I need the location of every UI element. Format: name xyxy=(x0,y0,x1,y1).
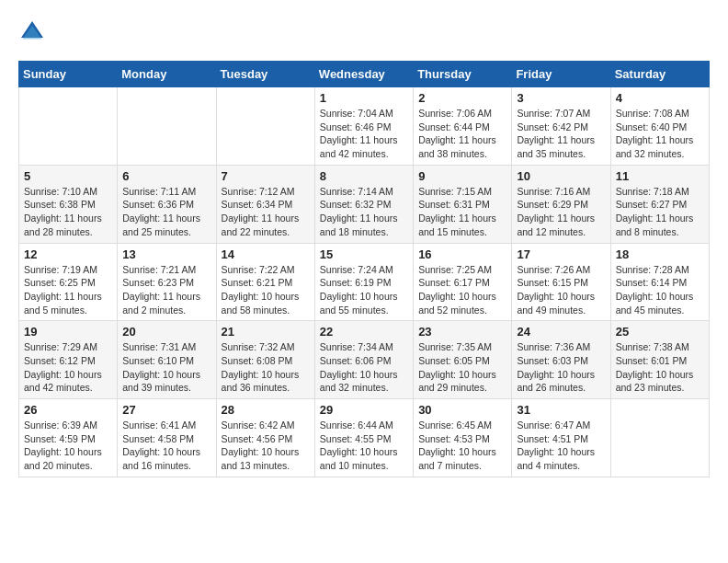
day-info: Sunrise: 6:39 AM Sunset: 4:59 PM Dayligh… xyxy=(24,419,112,473)
day-info: Sunrise: 7:18 AM Sunset: 6:27 PM Dayligh… xyxy=(616,185,704,239)
calendar-cell: 14Sunrise: 7:22 AM Sunset: 6:21 PM Dayli… xyxy=(216,243,314,321)
day-info: Sunrise: 6:41 AM Sunset: 4:58 PM Dayligh… xyxy=(122,419,210,473)
calendar-cell: 27Sunrise: 6:41 AM Sunset: 4:58 PM Dayli… xyxy=(118,399,216,477)
day-info: Sunrise: 7:04 AM Sunset: 6:46 PM Dayligh… xyxy=(320,107,408,161)
calendar-cell: 26Sunrise: 6:39 AM Sunset: 4:59 PM Dayli… xyxy=(19,399,118,477)
calendar-cell: 15Sunrise: 7:24 AM Sunset: 6:19 PM Dayli… xyxy=(314,243,413,321)
calendar-cell: 9Sunrise: 7:15 AM Sunset: 6:31 PM Daylig… xyxy=(414,165,512,243)
day-number: 7 xyxy=(222,169,310,183)
day-info: Sunrise: 7:06 AM Sunset: 6:44 PM Dayligh… xyxy=(418,107,506,161)
day-info: Sunrise: 7:12 AM Sunset: 6:34 PM Dayligh… xyxy=(222,185,310,239)
calendar-cell: 21Sunrise: 7:32 AM Sunset: 6:08 PM Dayli… xyxy=(216,321,314,399)
calendar-cell: 5Sunrise: 7:10 AM Sunset: 6:38 PM Daylig… xyxy=(19,165,118,243)
day-number: 16 xyxy=(418,247,506,261)
calendar-cell: 29Sunrise: 6:44 AM Sunset: 4:55 PM Dayli… xyxy=(314,399,413,477)
calendar-cell xyxy=(610,399,709,477)
calendar-cell: 20Sunrise: 7:31 AM Sunset: 6:10 PM Dayli… xyxy=(118,321,216,399)
calendar-cell: 30Sunrise: 6:45 AM Sunset: 4:53 PM Dayli… xyxy=(414,399,512,477)
calendar-cell: 11Sunrise: 7:18 AM Sunset: 6:27 PM Dayli… xyxy=(610,165,709,243)
calendar-cell: 3Sunrise: 7:07 AM Sunset: 6:42 PM Daylig… xyxy=(512,87,610,166)
calendar-cell: 24Sunrise: 7:36 AM Sunset: 6:03 PM Dayli… xyxy=(512,321,610,399)
day-info: Sunrise: 6:42 AM Sunset: 4:56 PM Dayligh… xyxy=(222,419,310,473)
day-info: Sunrise: 6:44 AM Sunset: 4:55 PM Dayligh… xyxy=(320,419,408,473)
day-info: Sunrise: 7:16 AM Sunset: 6:29 PM Dayligh… xyxy=(517,185,605,239)
day-number: 27 xyxy=(122,403,210,417)
calendar-week-row: 19Sunrise: 7:29 AM Sunset: 6:12 PM Dayli… xyxy=(19,321,710,399)
calendar-cell xyxy=(19,87,118,166)
calendar-cell: 13Sunrise: 7:21 AM Sunset: 6:23 PM Dayli… xyxy=(118,243,216,321)
calendar-cell: 10Sunrise: 7:16 AM Sunset: 6:29 PM Dayli… xyxy=(512,165,610,243)
page-header xyxy=(18,18,710,46)
day-number: 29 xyxy=(320,403,408,417)
day-info: Sunrise: 7:10 AM Sunset: 6:38 PM Dayligh… xyxy=(24,185,112,239)
day-info: Sunrise: 7:08 AM Sunset: 6:40 PM Dayligh… xyxy=(616,107,704,161)
day-number: 12 xyxy=(24,247,112,261)
day-info: Sunrise: 7:26 AM Sunset: 6:15 PM Dayligh… xyxy=(517,263,605,317)
calendar-cell xyxy=(216,87,314,166)
calendar-cell: 28Sunrise: 6:42 AM Sunset: 4:56 PM Dayli… xyxy=(216,399,314,477)
weekday-header: Friday xyxy=(512,62,610,87)
day-number: 5 xyxy=(24,169,112,183)
day-number: 24 xyxy=(517,325,605,339)
day-number: 26 xyxy=(24,403,112,417)
calendar-cell: 4Sunrise: 7:08 AM Sunset: 6:40 PM Daylig… xyxy=(610,87,709,166)
calendar-cell: 1Sunrise: 7:04 AM Sunset: 6:46 PM Daylig… xyxy=(314,87,413,166)
day-number: 3 xyxy=(517,91,605,105)
day-number: 8 xyxy=(320,169,408,183)
weekday-header: Sunday xyxy=(19,62,118,87)
calendar-table: SundayMondayTuesdayWednesdayThursdayFrid… xyxy=(18,61,710,477)
day-info: Sunrise: 7:07 AM Sunset: 6:42 PM Dayligh… xyxy=(517,107,605,161)
calendar-cell: 2Sunrise: 7:06 AM Sunset: 6:44 PM Daylig… xyxy=(414,87,512,166)
day-number: 20 xyxy=(122,325,210,339)
day-number: 4 xyxy=(616,91,704,105)
day-number: 2 xyxy=(418,91,506,105)
day-number: 6 xyxy=(122,169,210,183)
day-info: Sunrise: 7:21 AM Sunset: 6:23 PM Dayligh… xyxy=(122,263,210,317)
calendar-cell: 25Sunrise: 7:38 AM Sunset: 6:01 PM Dayli… xyxy=(610,321,709,399)
calendar-cell: 16Sunrise: 7:25 AM Sunset: 6:17 PM Dayli… xyxy=(414,243,512,321)
day-info: Sunrise: 7:34 AM Sunset: 6:06 PM Dayligh… xyxy=(320,340,408,395)
day-info: Sunrise: 7:24 AM Sunset: 6:19 PM Dayligh… xyxy=(320,263,408,317)
calendar-cell: 19Sunrise: 7:29 AM Sunset: 6:12 PM Dayli… xyxy=(19,321,118,399)
day-number: 17 xyxy=(517,247,605,261)
calendar-cell: 12Sunrise: 7:19 AM Sunset: 6:25 PM Dayli… xyxy=(19,243,118,321)
day-number: 22 xyxy=(320,325,408,339)
day-info: Sunrise: 7:25 AM Sunset: 6:17 PM Dayligh… xyxy=(418,263,506,317)
calendar-cell: 8Sunrise: 7:14 AM Sunset: 6:32 PM Daylig… xyxy=(314,165,413,243)
day-number: 13 xyxy=(122,247,210,261)
day-info: Sunrise: 7:31 AM Sunset: 6:10 PM Dayligh… xyxy=(122,340,210,395)
day-number: 14 xyxy=(222,247,310,261)
weekday-header: Monday xyxy=(118,62,216,87)
day-info: Sunrise: 7:35 AM Sunset: 6:05 PM Dayligh… xyxy=(418,340,506,395)
day-number: 28 xyxy=(222,403,310,417)
calendar-cell: 31Sunrise: 6:47 AM Sunset: 4:51 PM Dayli… xyxy=(512,399,610,477)
day-number: 23 xyxy=(418,325,506,339)
day-number: 30 xyxy=(418,403,506,417)
day-info: Sunrise: 7:38 AM Sunset: 6:01 PM Dayligh… xyxy=(616,340,704,395)
calendar-cell: 18Sunrise: 7:28 AM Sunset: 6:14 PM Dayli… xyxy=(610,243,709,321)
day-number: 11 xyxy=(616,169,704,183)
day-number: 21 xyxy=(222,325,310,339)
day-info: Sunrise: 7:22 AM Sunset: 6:21 PM Dayligh… xyxy=(222,263,310,317)
day-number: 9 xyxy=(418,169,506,183)
day-number: 1 xyxy=(320,91,408,105)
weekday-header-row: SundayMondayTuesdayWednesdayThursdayFrid… xyxy=(19,62,710,87)
calendar-cell: 23Sunrise: 7:35 AM Sunset: 6:05 PM Dayli… xyxy=(414,321,512,399)
logo-icon xyxy=(18,18,46,46)
day-info: Sunrise: 6:47 AM Sunset: 4:51 PM Dayligh… xyxy=(517,419,605,473)
day-info: Sunrise: 7:14 AM Sunset: 6:32 PM Dayligh… xyxy=(320,185,408,239)
day-info: Sunrise: 6:45 AM Sunset: 4:53 PM Dayligh… xyxy=(418,419,506,473)
calendar-cell: 6Sunrise: 7:11 AM Sunset: 6:36 PM Daylig… xyxy=(118,165,216,243)
calendar-week-row: 26Sunrise: 6:39 AM Sunset: 4:59 PM Dayli… xyxy=(19,399,710,477)
calendar-cell: 17Sunrise: 7:26 AM Sunset: 6:15 PM Dayli… xyxy=(512,243,610,321)
calendar-cell: 22Sunrise: 7:34 AM Sunset: 6:06 PM Dayli… xyxy=(314,321,413,399)
logo xyxy=(18,18,50,46)
day-number: 31 xyxy=(517,403,605,417)
day-info: Sunrise: 7:28 AM Sunset: 6:14 PM Dayligh… xyxy=(616,263,704,317)
day-info: Sunrise: 7:15 AM Sunset: 6:31 PM Dayligh… xyxy=(418,185,506,239)
day-info: Sunrise: 7:11 AM Sunset: 6:36 PM Dayligh… xyxy=(122,185,210,239)
weekday-header: Tuesday xyxy=(216,62,314,87)
day-number: 15 xyxy=(320,247,408,261)
calendar-cell xyxy=(118,87,216,166)
day-number: 18 xyxy=(616,247,704,261)
